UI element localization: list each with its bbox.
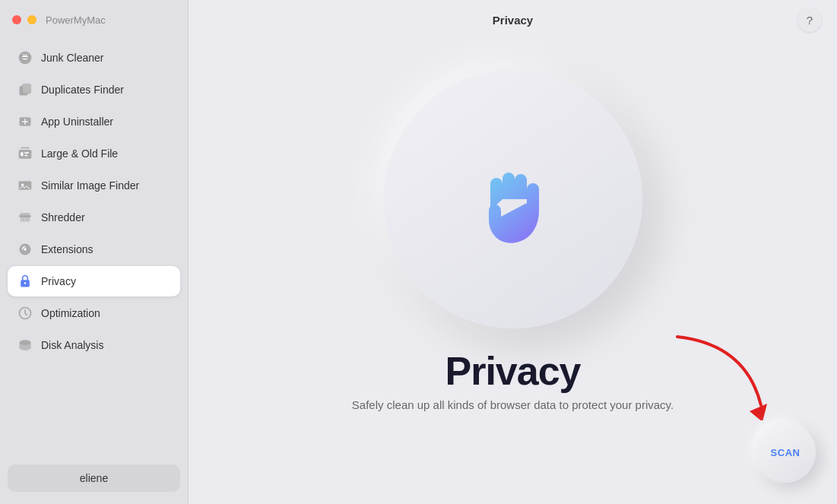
main-subtitle: Safely clean up all kinds of browser dat… <box>352 398 674 411</box>
header: Privacy ? <box>189 0 837 40</box>
sidebar-item-extensions[interactable]: Extensions <box>8 234 180 265</box>
sidebar-label-duplicates-finder: Duplicates Finder <box>41 84 124 96</box>
help-button[interactable]: ? <box>797 8 822 32</box>
svg-marker-19 <box>750 404 767 420</box>
privacy-icon-circle <box>384 70 642 328</box>
sidebar-item-privacy[interactable]: Privacy <box>8 266 180 296</box>
sidebar-label-shredder: Shredder <box>41 211 85 223</box>
similar-image-finder-icon <box>17 177 33 194</box>
sidebar-item-duplicates-finder[interactable]: Duplicates Finder <box>8 74 180 105</box>
titlebar: PowerMyMac <box>0 0 188 40</box>
sidebar-item-app-uninstaller[interactable]: App Uninstaller <box>8 106 180 137</box>
sidebar-item-junk-cleaner[interactable]: Junk Cleaner <box>8 43 180 73</box>
close-button[interactable] <box>12 15 21 24</box>
sidebar-item-optimization[interactable]: Optimization <box>8 298 180 328</box>
main-title: Privacy <box>352 351 674 391</box>
disk-analysis-icon <box>17 337 33 353</box>
sidebar-label-junk-cleaner: Junk Cleaner <box>41 52 104 64</box>
svg-rect-2 <box>23 84 31 94</box>
junk-cleaner-icon <box>17 49 33 66</box>
header-title: Privacy <box>493 14 533 27</box>
scan-button[interactable]: SCAN <box>755 422 816 483</box>
sidebar-footer: eliene <box>0 457 188 504</box>
sidebar: PowerMyMac Junk Cleaner Duplicates Finde… <box>0 0 189 504</box>
user-button[interactable]: eliene <box>8 464 180 492</box>
bottom-section: Privacy Safely clean up all kinds of bro… <box>352 351 674 411</box>
sidebar-label-similar-image-finder: Similar Image Finder <box>41 179 139 192</box>
minimize-button[interactable] <box>27 15 36 24</box>
app-uninstaller-icon <box>17 113 33 130</box>
app-name: PowerMyMac <box>46 14 106 26</box>
svg-rect-6 <box>24 152 29 154</box>
svg-rect-4 <box>19 150 32 159</box>
optimization-icon <box>17 305 33 322</box>
svg-rect-11 <box>20 213 30 215</box>
svg-point-0 <box>19 52 32 65</box>
svg-rect-7 <box>24 155 27 157</box>
svg-point-15 <box>24 282 27 284</box>
large-old-file-icon <box>17 145 33 162</box>
hand-stop-icon <box>464 150 563 249</box>
shredder-icon <box>17 209 33 226</box>
sidebar-label-app-uninstaller: App Uninstaller <box>41 116 113 128</box>
sidebar-item-similar-image-finder[interactable]: Similar Image Finder <box>8 170 180 201</box>
svg-point-13 <box>24 248 26 250</box>
sidebar-label-extensions: Extensions <box>41 243 93 255</box>
sidebar-label-disk-analysis: Disk Analysis <box>41 339 103 351</box>
sidebar-label-privacy: Privacy <box>41 275 76 287</box>
sidebar-label-optimization: Optimization <box>41 307 100 319</box>
sidebar-label-large-old-file: Large & Old File <box>41 147 118 160</box>
scan-button-container: SCAN <box>755 422 816 483</box>
duplicates-finder-icon <box>17 81 33 98</box>
extensions-icon <box>17 241 33 258</box>
sidebar-item-shredder[interactable]: Shredder <box>8 202 180 233</box>
sidebar-item-disk-analysis[interactable]: Disk Analysis <box>8 330 180 360</box>
sidebar-item-large-old-file[interactable]: Large & Old File <box>8 138 180 169</box>
svg-rect-5 <box>21 152 23 156</box>
sidebar-nav: Junk Cleaner Duplicates Finder App Unins… <box>0 40 188 457</box>
privacy-icon <box>17 273 33 290</box>
svg-point-18 <box>20 345 31 350</box>
main-content: Privacy ? Privacy Safely clean up all ki… <box>189 0 837 504</box>
